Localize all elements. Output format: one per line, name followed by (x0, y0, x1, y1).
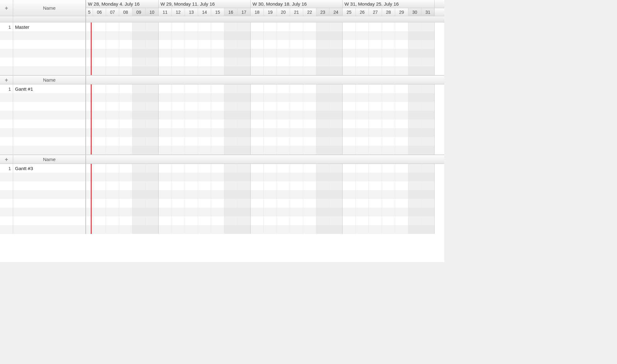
row-name-cell[interactable] (13, 225, 85, 234)
row-name-cell[interactable]: Master (13, 23, 85, 31)
timeline-row[interactable] (86, 216, 444, 225)
row-index[interactable] (0, 58, 13, 66)
week-header-cell[interactable]: W 28, Monday 4. July 16 (86, 0, 159, 8)
day-header-cell[interactable]: 25 (343, 8, 356, 16)
day-header-cell[interactable]: 10 (145, 8, 159, 16)
day-header-cell[interactable]: 21 (290, 8, 303, 16)
day-header-cell[interactable]: 06 (93, 8, 106, 16)
row-name-cell[interactable] (13, 173, 85, 181)
timeline-header-collapsed[interactable] (86, 76, 444, 84)
day-header-cell[interactable]: 14 (198, 8, 211, 16)
day-header-cell[interactable]: 22 (303, 8, 316, 16)
row-name-cell[interactable] (13, 58, 85, 66)
row-index[interactable] (0, 181, 13, 190)
day-header-cell[interactable]: 20 (277, 8, 290, 16)
row-name-cell[interactable] (13, 119, 85, 128)
timeline-area[interactable] (86, 23, 444, 75)
row-index[interactable] (0, 199, 13, 208)
week-header-cell[interactable]: W 30, Monday 18. July 16 (251, 0, 343, 8)
timeline-area[interactable] (86, 84, 444, 154)
timeline-row[interactable] (86, 119, 444, 128)
timeline-row[interactable] (86, 173, 444, 181)
timeline-row[interactable] (86, 111, 444, 119)
day-header-cell[interactable]: 13 (185, 8, 198, 16)
day-header-cell[interactable]: 12 (172, 8, 185, 16)
day-header-cell[interactable]: 08 (119, 8, 132, 16)
row-name-cell[interactable] (13, 128, 85, 137)
row-name-cell[interactable] (13, 146, 85, 154)
name-column-header[interactable]: Name (13, 76, 85, 84)
row-index[interactable] (0, 190, 13, 199)
add-button[interactable]: + (5, 5, 8, 11)
timeline-row[interactable] (86, 190, 444, 199)
timeline-area[interactable] (86, 164, 444, 234)
row-index[interactable] (0, 216, 13, 225)
row-name-cell[interactable]: Gantt #3 (13, 164, 85, 173)
timeline-row[interactable] (86, 23, 444, 31)
day-header-cell[interactable]: 07 (106, 8, 119, 16)
name-column-header[interactable]: Name (13, 0, 85, 16)
timeline-row[interactable] (86, 199, 444, 208)
row-name-cell[interactable] (13, 216, 85, 225)
row-index[interactable] (0, 31, 13, 40)
timeline-row[interactable] (86, 225, 444, 234)
day-header-cell[interactable]: 18 (251, 8, 264, 16)
row-index[interactable] (0, 208, 13, 216)
row-index[interactable] (0, 146, 13, 154)
row-name-cell[interactable] (13, 40, 85, 49)
row-name-cell[interactable] (13, 208, 85, 216)
row-index[interactable] (0, 128, 13, 137)
timeline-row[interactable] (86, 31, 444, 40)
row-name-cell[interactable] (13, 49, 85, 58)
day-header-cell[interactable]: 19 (264, 8, 277, 16)
timeline-row[interactable] (86, 164, 444, 173)
row-index[interactable] (0, 119, 13, 128)
day-header-cell[interactable]: 28 (382, 8, 395, 16)
week-header-cell[interactable]: W 29, Monday 11. July 16 (159, 0, 251, 8)
row-name-cell[interactable] (13, 190, 85, 199)
timeline-row[interactable] (86, 146, 444, 154)
day-header-cell[interactable]: 26 (356, 8, 369, 16)
add-button[interactable]: + (5, 157, 8, 162)
timeline-row[interactable] (86, 181, 444, 190)
day-header-cell[interactable]: 31 (421, 8, 435, 16)
timeline-header-collapsed[interactable] (86, 155, 444, 164)
row-name-cell[interactable] (13, 111, 85, 119)
row-index[interactable] (0, 137, 13, 146)
row-index[interactable]: 1 (0, 164, 13, 173)
day-header-cell[interactable]: 11 (159, 8, 172, 16)
row-index[interactable] (0, 225, 13, 234)
row-index[interactable] (0, 49, 13, 58)
row-index[interactable] (0, 93, 13, 102)
day-header-cell[interactable]: 17 (237, 8, 251, 16)
row-name-cell[interactable] (13, 137, 85, 146)
row-name-cell[interactable]: Gantt #1 (13, 84, 85, 93)
row-index[interactable] (0, 66, 13, 75)
day-header-cell[interactable]: 15 (211, 8, 224, 16)
timeline-row[interactable] (86, 137, 444, 146)
day-header-cell[interactable]: 29 (395, 8, 408, 16)
row-index[interactable] (0, 173, 13, 181)
row-name-cell[interactable] (13, 199, 85, 208)
day-header-cell[interactable]: 27 (369, 8, 382, 16)
week-header-cell[interactable]: W 31, Monday 25. July 16 (343, 0, 435, 8)
row-index[interactable] (0, 102, 13, 111)
day-header-cell[interactable]: 5 (86, 8, 93, 16)
timeline-row[interactable] (86, 128, 444, 137)
row-index[interactable]: 1 (0, 84, 13, 93)
row-index[interactable] (0, 40, 13, 49)
row-index[interactable]: 1 (0, 23, 13, 31)
timeline-row[interactable] (86, 84, 444, 93)
day-header-cell[interactable]: 09 (132, 8, 145, 16)
timeline-row[interactable] (86, 102, 444, 111)
row-name-cell[interactable] (13, 181, 85, 190)
timeline-row[interactable] (86, 58, 444, 66)
timeline-row[interactable] (86, 40, 444, 49)
day-header-cell[interactable]: 23 (316, 8, 329, 16)
name-column-header[interactable]: Name (13, 155, 85, 164)
day-header-cell[interactable]: 24 (329, 8, 343, 16)
timeline-row[interactable] (86, 49, 444, 58)
add-button[interactable]: + (5, 77, 8, 83)
row-name-cell[interactable] (13, 102, 85, 111)
row-name-cell[interactable] (13, 93, 85, 102)
